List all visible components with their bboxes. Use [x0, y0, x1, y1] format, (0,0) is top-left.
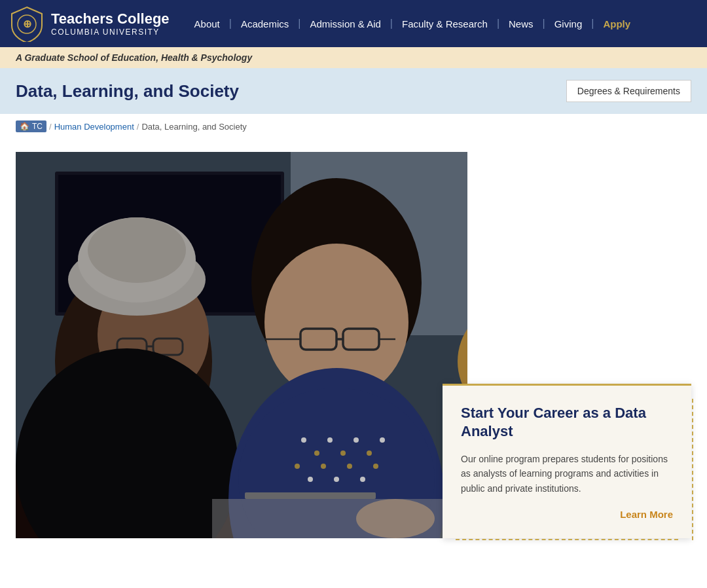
- university-name: COLUMBIA UNIVERSITY: [51, 28, 170, 37]
- nav-item-giving[interactable]: Giving: [545, 18, 592, 29]
- degrees-requirements-button[interactable]: Degrees & Requirements: [566, 80, 691, 102]
- shield-icon: ⊕: [10, 6, 43, 42]
- page-title: Data, Learning, and Society: [16, 81, 239, 101]
- nav-link-giving[interactable]: Giving: [545, 18, 592, 29]
- main-content: Start Your Career as a Data Analyst Our …: [0, 139, 707, 564]
- nav-item-admission[interactable]: Admission & Aid: [300, 18, 390, 29]
- subheader-bar: A Graduate School of Education, Health &…: [0, 47, 707, 68]
- home-icon: 🏠: [20, 122, 29, 131]
- nav-link-faculty[interactable]: Faculty & Research: [393, 18, 497, 29]
- breadcrumb: 🏠 TC / Human Development / Data, Learnin…: [0, 114, 707, 139]
- breadcrumb-tc-label: TC: [32, 122, 43, 131]
- classroom-svg: [16, 152, 467, 538]
- svg-rect-47: [16, 152, 467, 538]
- content-wrapper: Start Your Career as a Data Analyst Our …: [16, 152, 691, 538]
- card-body: Our online program prepares students for…: [461, 452, 673, 496]
- logo-text: Teachers College COLUMBIA UNIVERSITY: [51, 10, 170, 37]
- college-name: Teachers College: [51, 10, 170, 28]
- card-heading: Start Your Career as a Data Analyst: [461, 404, 673, 441]
- breadcrumb-home-link[interactable]: 🏠 TC: [16, 120, 46, 132]
- learn-more-link[interactable]: Learn More: [461, 509, 673, 520]
- nav-links: About | Academics | Admission & Aid | Fa…: [185, 18, 697, 29]
- nav-item-faculty[interactable]: Faculty & Research: [393, 18, 497, 29]
- nav-link-academics[interactable]: Academics: [232, 18, 298, 29]
- nav-link-about[interactable]: About: [185, 18, 229, 29]
- nav-link-apply[interactable]: Apply: [594, 18, 640, 29]
- card-dashed-border: [456, 539, 678, 540]
- breadcrumb-current: Data, Learning, and Society: [141, 122, 246, 132]
- main-nav: ⊕ Teachers College COLUMBIA UNIVERSITY A…: [0, 0, 707, 47]
- nav-link-news[interactable]: News: [499, 18, 543, 29]
- breadcrumb-separator-1: /: [49, 122, 52, 132]
- nav-item-about[interactable]: About: [185, 18, 229, 29]
- nav-link-admission[interactable]: Admission & Aid: [300, 18, 390, 29]
- classroom-image: [16, 152, 467, 538]
- logo[interactable]: ⊕ Teachers College COLUMBIA UNIVERSITY: [10, 6, 170, 42]
- info-card: Start Your Career as a Data Analyst Our …: [443, 384, 691, 538]
- nav-item-news[interactable]: News: [499, 18, 543, 29]
- breadcrumb-separator-2: /: [137, 122, 139, 132]
- nav-item-academics[interactable]: Academics: [232, 18, 298, 29]
- breadcrumb-human-development-link[interactable]: Human Development: [54, 122, 134, 132]
- svg-text:⊕: ⊕: [23, 18, 31, 29]
- nav-item-apply[interactable]: Apply: [594, 18, 640, 29]
- page-title-bar: Data, Learning, and Society Degrees & Re…: [0, 68, 707, 114]
- subheader-text: A Graduate School of Education, Health &…: [16, 52, 691, 63]
